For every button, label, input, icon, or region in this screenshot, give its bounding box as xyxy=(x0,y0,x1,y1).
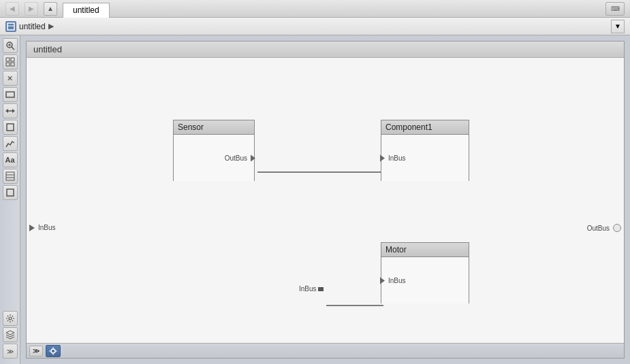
svg-rect-8 xyxy=(6,63,10,66)
up-button[interactable]: ▲ xyxy=(44,2,57,16)
model-icon xyxy=(5,21,16,32)
left-toolbar: ✕ Aa xyxy=(0,35,20,364)
svg-rect-15 xyxy=(6,172,14,180)
motor-inbus-port: InBus xyxy=(380,277,406,284)
component1-block[interactable]: Component1 InBus xyxy=(381,120,469,181)
svg-rect-6 xyxy=(6,58,10,61)
sensor-outbus-triangle xyxy=(251,154,255,161)
svg-point-24 xyxy=(51,349,55,353)
svg-rect-9 xyxy=(11,63,14,66)
cross-button[interactable]: ✕ xyxy=(3,71,18,86)
component1-body: InBus xyxy=(381,135,469,181)
square-button[interactable] xyxy=(3,120,18,135)
component1-inbus-port: InBus xyxy=(380,154,406,162)
keyboard-icon: ⌨ xyxy=(605,2,625,16)
boundary-inbus-port: InBus xyxy=(29,224,56,231)
motor-header: Motor xyxy=(381,243,469,257)
svg-rect-14 xyxy=(7,124,14,131)
chart-button[interactable] xyxy=(3,136,18,151)
svg-point-19 xyxy=(9,317,12,320)
tab-title[interactable]: untitled xyxy=(63,3,110,18)
inbus-triangle xyxy=(29,225,35,231)
sensor-header: Sensor xyxy=(174,120,254,135)
motor-block[interactable]: Motor InBus xyxy=(381,242,469,303)
svg-rect-7 xyxy=(11,58,14,61)
component1-inbus-label: InBus xyxy=(388,154,406,162)
rect-button[interactable] xyxy=(3,87,18,102)
svg-rect-10 xyxy=(6,92,14,97)
empty-button[interactable] xyxy=(3,185,18,200)
motor-body: InBus xyxy=(381,257,469,303)
zoom-button[interactable] xyxy=(3,38,18,53)
svg-rect-18 xyxy=(7,189,14,196)
svg-line-3 xyxy=(12,47,14,50)
breadcrumb-bar: untitled ▶ ▼ xyxy=(0,18,630,35)
list-button[interactable] xyxy=(3,169,18,184)
expand-button[interactable]: ≫ xyxy=(3,344,18,359)
sensor-block[interactable]: Sensor OutBus xyxy=(173,120,255,181)
breadcrumb-dropdown[interactable]: ▼ xyxy=(611,20,625,33)
canvas-title: untitled xyxy=(27,42,624,58)
breadcrumb-arrow: ▶ xyxy=(48,22,54,31)
bottom-bar: ≫ xyxy=(27,343,624,358)
forward-button[interactable]: ▶ xyxy=(25,2,38,16)
outbus-label: OutBus xyxy=(587,225,610,232)
connection-svg xyxy=(27,42,624,358)
component1-header: Component1 xyxy=(381,120,469,135)
boundary-outbus-port: OutBus xyxy=(587,224,621,232)
main-layout: ✕ Aa xyxy=(0,35,630,364)
sensor-outbus-label: OutBus xyxy=(225,154,247,162)
svg-marker-20 xyxy=(6,331,14,335)
svg-marker-13 xyxy=(5,109,8,113)
breadcrumb-title[interactable]: untitled xyxy=(19,22,46,31)
text-button[interactable]: Aa xyxy=(3,152,18,167)
canvas-area[interactable]: untitled InBus OutBus xyxy=(20,35,630,364)
svg-marker-12 xyxy=(12,109,15,113)
back-button[interactable]: ◀ xyxy=(5,2,19,16)
svg-rect-0 xyxy=(7,23,14,30)
grid-button[interactable] xyxy=(3,54,18,69)
title-bar: ◀ ▶ ▲ untitled ⌨ xyxy=(0,0,630,18)
motor-inbus-connector-label: InBus xyxy=(299,285,317,293)
outbus-circle xyxy=(613,224,621,232)
component1-inbus-triangle xyxy=(380,154,385,161)
motor-inbus-connector: InBus xyxy=(299,285,326,293)
layers-button[interactable] xyxy=(3,327,18,342)
motor-inbus-label: InBus xyxy=(388,277,406,284)
settings-button[interactable] xyxy=(3,311,18,326)
motor-inbus-triangle xyxy=(380,277,385,284)
sensor-outbus-port: OutBus xyxy=(225,154,255,162)
diagram-canvas: untitled InBus OutBus xyxy=(26,41,625,359)
expand-left-button[interactable]: ≫ xyxy=(29,346,43,357)
sensor-body: OutBus xyxy=(174,135,254,181)
arrows-button[interactable] xyxy=(3,103,18,118)
network-icon[interactable] xyxy=(46,345,61,357)
inbus-label: InBus xyxy=(38,224,56,231)
svg-rect-23 xyxy=(318,287,324,291)
